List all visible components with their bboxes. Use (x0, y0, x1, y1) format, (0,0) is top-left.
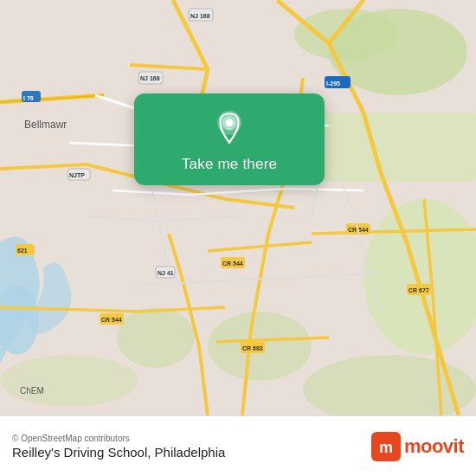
bottom-bar: © OpenStreetMap contributors Reilley's D… (0, 415, 476, 476)
svg-point-7 (117, 307, 195, 368)
moovit-brand-icon: m (371, 432, 401, 461)
svg-text:621: 621 (17, 248, 28, 254)
attribution-text: © OpenStreetMap contributors (12, 434, 225, 443)
svg-text:CR 544: CR 544 (101, 317, 122, 323)
map-container: I 76 NJ 168 NJ 168 I-295 NJTP NJTP CR 54… (0, 0, 476, 415)
svg-text:I 76: I 76 (23, 95, 34, 101)
svg-rect-3 (303, 113, 476, 182)
location-name: Reilley's Driving School, Philadelphia (12, 445, 225, 460)
location-info: © OpenStreetMap contributors Reilley's D… (12, 434, 225, 460)
svg-text:CR 544: CR 544 (222, 261, 243, 267)
svg-point-2 (294, 9, 398, 61)
svg-text:NJ 41: NJ 41 (158, 270, 174, 276)
location-card: Take me there (134, 93, 325, 185)
svg-point-8 (0, 355, 138, 407)
svg-text:NJ 168: NJ 168 (140, 75, 160, 81)
svg-text:CR 683: CR 683 (242, 345, 263, 351)
svg-text:I-295: I-295 (326, 80, 340, 87)
svg-text:m: m (379, 439, 393, 456)
svg-text:NJTP: NJTP (69, 172, 85, 178)
svg-text:ChEM: ChEM (20, 386, 44, 396)
svg-text:Bellmawr: Bellmawr (24, 119, 67, 131)
location-pin-icon (210, 109, 248, 147)
moovit-logo: m moovit (371, 432, 464, 461)
svg-point-40 (226, 119, 234, 126)
take-me-there-button[interactable]: Take me there (182, 156, 277, 173)
svg-text:NJ 168: NJ 168 (190, 13, 210, 19)
moovit-text: moovit (404, 435, 464, 458)
svg-text:CR 677: CR 677 (408, 287, 429, 293)
